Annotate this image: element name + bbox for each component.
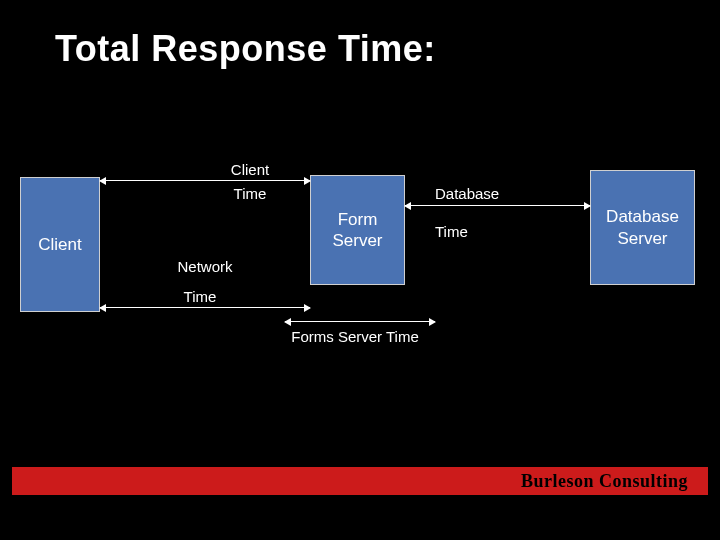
client-time-label-top: Client	[220, 161, 280, 178]
database-time-arrow	[405, 205, 590, 206]
form-server-box: Form Server	[310, 175, 405, 285]
response-time-diagram: Client Form Server Database Server Clien…	[20, 145, 700, 385]
footer-company: Burleson Consulting	[521, 471, 688, 492]
database-server-box: Database Server	[590, 170, 695, 285]
network-time-arrow	[100, 307, 310, 308]
network-time-label-top: Network	[170, 258, 240, 275]
client-time-label-bottom: Time	[220, 185, 280, 202]
client-time-arrow	[100, 180, 310, 181]
database-time-label-top: Database	[435, 185, 510, 202]
slide-title: Total Response Time:	[55, 28, 436, 70]
network-time-label-bottom: Time	[170, 288, 230, 305]
forms-server-time-arrow	[285, 321, 435, 322]
database-time-label-bottom: Time	[435, 223, 495, 240]
footer-bar: Burleson Consulting	[12, 467, 708, 495]
forms-server-time-label: Forms Server Time	[275, 328, 435, 345]
client-box: Client	[20, 177, 100, 312]
